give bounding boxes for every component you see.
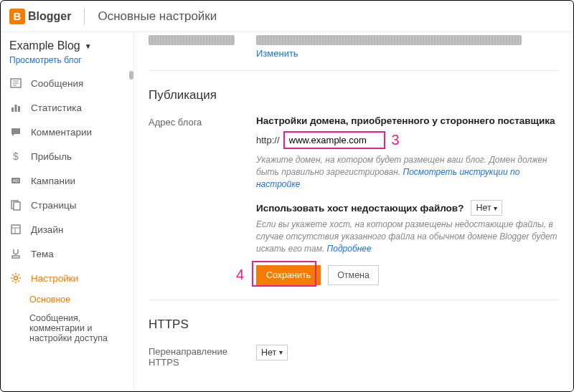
settings-subnav: Основное Сообщения, комментарии и настро… bbox=[1, 290, 133, 348]
domain-input[interactable] bbox=[284, 132, 385, 148]
blog-address-row: Адрес блога Настройки домена, приобретен… bbox=[134, 115, 573, 294]
sidebar-item-theme[interactable]: Тема bbox=[1, 242, 133, 266]
blogger-logo-icon: B bbox=[9, 9, 25, 24]
theme-icon bbox=[9, 247, 22, 260]
sidebar-item-posts[interactable]: Сообщения bbox=[1, 71, 133, 95]
sidebar-item-campaigns[interactable]: AD Кампании bbox=[1, 168, 133, 193]
section-heading: Публикация bbox=[149, 88, 559, 102]
campaigns-icon: AD bbox=[9, 174, 22, 187]
view-blog-link[interactable]: Просмотреть блог bbox=[1, 55, 133, 71]
svg-text:AD: AD bbox=[13, 178, 19, 183]
sidebar-item-earnings[interactable]: $ Прибыль bbox=[1, 144, 133, 168]
protocol-label: http:// bbox=[256, 135, 280, 145]
brand-name: Blogger bbox=[28, 10, 71, 23]
blog-name: Example Blog bbox=[9, 39, 80, 52]
chevron-down-icon: ▼ bbox=[85, 42, 92, 50]
sidebar-item-comments[interactable]: Комментарии bbox=[1, 120, 133, 144]
cancel-button[interactable]: Отмена bbox=[328, 265, 379, 285]
domain-settings-title: Настройки домена, приобретенного у сторо… bbox=[256, 115, 559, 126]
app-header: B Blogger Основные настройки bbox=[1, 1, 573, 32]
main-content: Изменить Публикация Адрес блога Настройк… bbox=[134, 32, 573, 391]
app-logo[interactable]: B Blogger bbox=[9, 9, 71, 24]
sidebar-item-layout[interactable]: Дизайн bbox=[1, 217, 133, 242]
privacy-row-cut: Изменить bbox=[134, 35, 573, 64]
posts-icon bbox=[9, 77, 22, 90]
https-redirect-row: Перенаправление HTTPS Нет ▾ bbox=[134, 345, 573, 376]
layout-icon bbox=[9, 223, 22, 236]
row-label: Перенаправление HTTPS bbox=[149, 345, 256, 368]
host-hint: Если вы укажете хост, на котором размеще… bbox=[256, 219, 557, 254]
svg-text:$: $ bbox=[13, 150, 19, 162]
section-heading: HTTPS bbox=[149, 317, 559, 332]
host-missing-title: Использовать хост недостающих файлов? bbox=[256, 203, 464, 214]
row-label: Адрес блога bbox=[149, 115, 256, 128]
sidebar: Example Blog ▼ Просмотреть блог Сообщени… bbox=[1, 32, 134, 391]
annotation-3: 3 bbox=[392, 132, 400, 148]
blog-selector[interactable]: Example Blog ▼ bbox=[1, 32, 133, 55]
publication-section: Публикация bbox=[134, 77, 573, 115]
select-value: Нет bbox=[261, 348, 276, 358]
sidebar-item-label: Статистика bbox=[31, 102, 82, 113]
sidebar-item-label: Страницы bbox=[31, 200, 76, 211]
sidebar-nav: Сообщения Статистика Комментарии $ Прибы… bbox=[1, 71, 133, 391]
host-missing-select[interactable]: Нет ▾ bbox=[471, 200, 502, 216]
chevron-down-icon: ▾ bbox=[279, 348, 283, 356]
sidebar-item-settings[interactable]: Настройки bbox=[1, 266, 133, 290]
pages-icon bbox=[9, 199, 22, 211]
save-button[interactable]: Сохранить bbox=[256, 265, 321, 285]
svg-rect-12 bbox=[11, 225, 20, 234]
sidebar-item-label: Прибыль bbox=[31, 151, 72, 162]
scrollbar-thumb[interactable] bbox=[129, 71, 133, 80]
subnav-posts-comments[interactable]: Сообщения, комментарии и настройки досту… bbox=[29, 309, 133, 348]
divider bbox=[84, 8, 85, 25]
page-title: Основные настройки bbox=[98, 9, 217, 24]
sidebar-item-label: Дизайн bbox=[31, 224, 63, 235]
svg-rect-4 bbox=[11, 107, 14, 112]
sidebar-item-label: Кампании bbox=[31, 176, 75, 186]
https-redirect-select[interactable]: Нет ▾ bbox=[256, 345, 288, 360]
annotation-4: 4 bbox=[236, 267, 244, 283]
subnav-basic[interactable]: Основное bbox=[29, 290, 133, 309]
svg-point-15 bbox=[14, 277, 18, 280]
stats-icon bbox=[9, 101, 22, 114]
svg-rect-5 bbox=[15, 105, 17, 112]
svg-rect-6 bbox=[18, 106, 20, 112]
sidebar-item-label: Настройки bbox=[31, 273, 78, 284]
sidebar-item-pages[interactable]: Страницы bbox=[1, 193, 133, 217]
comments-icon bbox=[9, 125, 22, 138]
sidebar-item-label: Сообщения bbox=[31, 78, 83, 89]
change-link[interactable]: Изменить bbox=[256, 48, 298, 59]
gear-icon bbox=[9, 272, 22, 285]
divider bbox=[149, 300, 559, 300]
sidebar-item-label: Тема bbox=[31, 249, 54, 259]
select-value: Нет bbox=[476, 203, 491, 213]
earnings-icon: $ bbox=[9, 150, 22, 163]
https-section: HTTPS bbox=[134, 306, 573, 345]
sidebar-item-stats[interactable]: Статистика bbox=[1, 95, 133, 120]
sidebar-item-label: Комментарии bbox=[31, 127, 92, 138]
chevron-down-icon: ▾ bbox=[494, 204, 497, 212]
learn-more-link[interactable]: Подробнее bbox=[327, 244, 372, 254]
divider bbox=[149, 70, 559, 71]
svg-rect-11 bbox=[14, 202, 20, 210]
